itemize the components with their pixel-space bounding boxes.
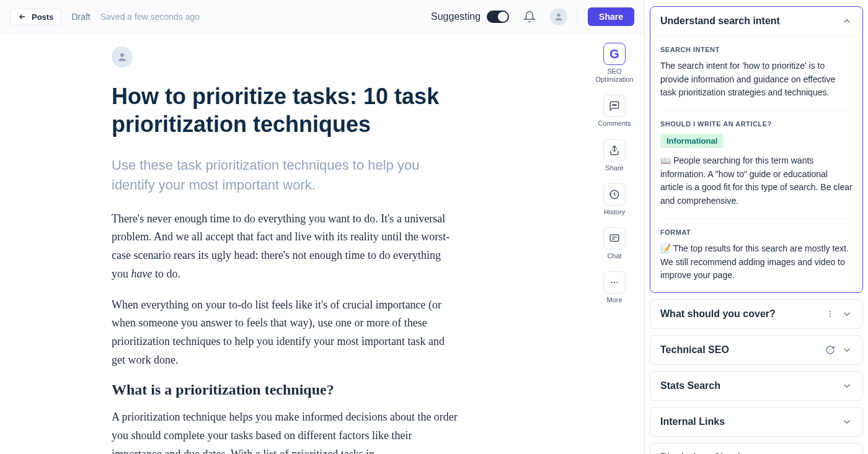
saved-status: Saved a few seconds ago xyxy=(100,12,200,22)
chevron-down-icon xyxy=(841,308,852,320)
panel-collapsed: Plagiarism Check xyxy=(650,443,863,454)
more-icon xyxy=(603,271,626,294)
tool-history[interactable]: History xyxy=(590,183,639,216)
document-subtitle[interactable]: Use these task prioritization techniques… xyxy=(112,155,459,195)
collapsed-panels: What should you cover?Technical SEOStats… xyxy=(650,299,863,454)
content-row: How to prioritize tasks: 10 task priorit… xyxy=(0,34,644,454)
chevron-up-icon xyxy=(841,15,852,27)
topbar: Posts Draft Saved a few seconds ago Sugg… xyxy=(0,0,644,34)
author-avatar[interactable] xyxy=(112,46,133,68)
label-search-intent: SEARCH INTENT xyxy=(660,46,852,53)
panel-title: What should you cover? xyxy=(660,308,776,320)
panel-head[interactable]: Technical SEO xyxy=(650,336,862,364)
chevron-down-icon xyxy=(841,344,852,356)
suggesting-toggle-group: Suggesting xyxy=(431,11,509,23)
draft-status: Draft xyxy=(71,12,90,22)
svg-point-6 xyxy=(611,282,612,283)
panel-collapsed: Stats Search xyxy=(650,371,863,401)
panel-title: Technical SEO xyxy=(660,344,729,356)
chevron-down-icon xyxy=(841,416,852,427)
kebab-icon[interactable] xyxy=(825,309,835,319)
suggesting-label: Suggesting xyxy=(431,11,480,22)
text-should-write: 📖 People searching for this term wants i… xyxy=(660,154,852,208)
panel-collapsed: Internal Links xyxy=(650,407,863,437)
svg-point-0 xyxy=(557,14,560,17)
svg-point-4 xyxy=(616,105,617,106)
paragraph-1[interactable]: There's never enough time to do everythi… xyxy=(112,210,459,284)
history-icon xyxy=(603,183,626,206)
panel-collapsed: Technical SEO xyxy=(650,335,863,365)
tool-seo-optimization[interactable]: G SEO Optimization xyxy=(590,43,639,84)
back-label: Posts xyxy=(32,12,53,22)
paragraph-3[interactable]: A prioritization technique helps you mak… xyxy=(112,408,459,454)
user-avatar-small[interactable] xyxy=(550,8,567,25)
heading-2[interactable]: What is a prioritization technique? xyxy=(112,382,459,398)
tool-chat[interactable]: Chat xyxy=(590,227,639,260)
svg-point-11 xyxy=(830,316,831,317)
document-title[interactable]: How to prioritize tasks: 10 task priorit… xyxy=(112,82,459,138)
google-icon: G xyxy=(603,43,626,65)
panel-title: Internal Links xyxy=(660,416,725,427)
label-format: FORMAT xyxy=(660,229,852,236)
suggesting-toggle[interactable] xyxy=(487,11,509,23)
svg-point-3 xyxy=(614,105,615,106)
label-should-write: SHOULD I WRITE AN ARTICLE? xyxy=(660,120,852,128)
user-icon xyxy=(554,12,564,22)
panel-head-search-intent[interactable]: Understand search intent xyxy=(650,7,862,35)
svg-point-2 xyxy=(613,105,614,106)
document-wrapper: How to prioritize tasks: 10 task priorit… xyxy=(112,46,459,454)
panel-head[interactable]: What should you cover? xyxy=(650,300,862,328)
share-icon xyxy=(603,139,626,162)
svg-point-10 xyxy=(830,313,831,315)
side-tool-strip: G SEO Optimization Comments Share xyxy=(585,34,644,454)
svg-point-7 xyxy=(614,282,615,283)
topbar-divider xyxy=(577,8,578,25)
panel-body-search-intent: SEARCH INTENT The search intent for 'how… xyxy=(650,35,862,292)
text-format: 📝 The top results for this search are mo… xyxy=(660,242,852,282)
panel-head[interactable]: Internal Links xyxy=(650,408,862,436)
paragraph-2[interactable]: When everything on your to-do list feels… xyxy=(112,296,459,370)
tool-more[interactable]: More xyxy=(590,271,639,304)
arrow-left-icon xyxy=(18,12,27,21)
svg-rect-5 xyxy=(610,235,619,242)
back-to-posts-button[interactable]: Posts xyxy=(10,9,61,25)
share-button[interactable]: Share xyxy=(588,7,634,26)
notifications-button[interactable] xyxy=(519,6,540,27)
panel-head[interactable]: Plagiarism Check xyxy=(650,443,862,454)
editor-column[interactable]: How to prioritize tasks: 10 task priorit… xyxy=(0,34,585,454)
panel-collapsed: What should you cover? xyxy=(650,299,863,329)
svg-point-8 xyxy=(616,282,618,283)
tool-share[interactable]: Share xyxy=(590,139,639,172)
panel-search-intent: Understand search intent SEARCH INTENT T… xyxy=(650,6,863,293)
chat-icon xyxy=(603,227,626,250)
comment-icon xyxy=(603,95,626,117)
chip-informational: Informational xyxy=(660,134,724,148)
refresh-icon[interactable] xyxy=(825,345,835,355)
document-body[interactable]: There's never enough time to do everythi… xyxy=(112,210,459,454)
text-search-intent: The search intent for 'how to prioritize… xyxy=(660,59,852,100)
tool-comments[interactable]: Comments xyxy=(590,95,639,128)
seo-sidebar: Understand search intent SEARCH INTENT T… xyxy=(645,0,868,454)
svg-point-9 xyxy=(830,311,831,312)
main-area: Posts Draft Saved a few seconds ago Sugg… xyxy=(0,0,645,454)
svg-point-1 xyxy=(120,53,124,57)
user-icon xyxy=(117,51,128,63)
panel-title: Stats Search xyxy=(660,380,720,391)
panel-head[interactable]: Stats Search xyxy=(650,372,862,400)
chevron-down-icon xyxy=(841,380,852,391)
bell-icon xyxy=(523,11,536,23)
